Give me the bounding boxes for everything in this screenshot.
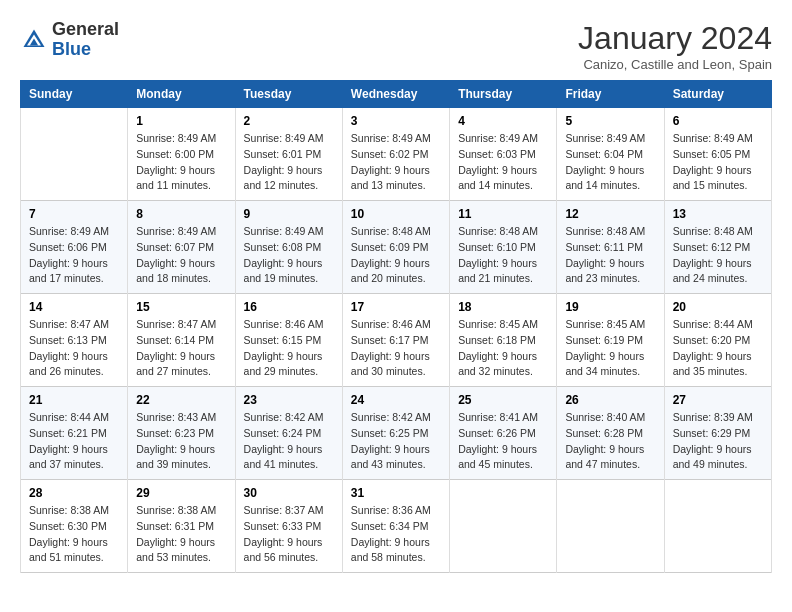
calendar-cell: 16Sunrise: 8:46 AM Sunset: 6:15 PM Dayli…	[235, 294, 342, 387]
day-info: Sunrise: 8:43 AM Sunset: 6:23 PM Dayligh…	[136, 410, 226, 473]
day-number: 25	[458, 393, 548, 407]
logo-blue-text: Blue	[52, 39, 91, 59]
day-info: Sunrise: 8:44 AM Sunset: 6:21 PM Dayligh…	[29, 410, 119, 473]
day-number: 21	[29, 393, 119, 407]
logo-icon	[20, 26, 48, 54]
calendar-cell: 17Sunrise: 8:46 AM Sunset: 6:17 PM Dayli…	[342, 294, 449, 387]
header-day-friday: Friday	[557, 81, 664, 108]
week-row-4: 28Sunrise: 8:38 AM Sunset: 6:30 PM Dayli…	[21, 480, 772, 573]
day-info: Sunrise: 8:36 AM Sunset: 6:34 PM Dayligh…	[351, 503, 441, 566]
day-info: Sunrise: 8:46 AM Sunset: 6:15 PM Dayligh…	[244, 317, 334, 380]
day-info: Sunrise: 8:49 AM Sunset: 6:00 PM Dayligh…	[136, 131, 226, 194]
calendar-cell: 19Sunrise: 8:45 AM Sunset: 6:19 PM Dayli…	[557, 294, 664, 387]
calendar-cell: 3Sunrise: 8:49 AM Sunset: 6:02 PM Daylig…	[342, 108, 449, 201]
day-number: 18	[458, 300, 548, 314]
week-row-2: 14Sunrise: 8:47 AM Sunset: 6:13 PM Dayli…	[21, 294, 772, 387]
calendar-cell: 5Sunrise: 8:49 AM Sunset: 6:04 PM Daylig…	[557, 108, 664, 201]
day-info: Sunrise: 8:49 AM Sunset: 6:01 PM Dayligh…	[244, 131, 334, 194]
day-info: Sunrise: 8:48 AM Sunset: 6:09 PM Dayligh…	[351, 224, 441, 287]
header-day-thursday: Thursday	[450, 81, 557, 108]
day-number: 16	[244, 300, 334, 314]
day-number: 6	[673, 114, 763, 128]
header-row: SundayMondayTuesdayWednesdayThursdayFrid…	[21, 81, 772, 108]
day-info: Sunrise: 8:41 AM Sunset: 6:26 PM Dayligh…	[458, 410, 548, 473]
day-number: 8	[136, 207, 226, 221]
day-number: 19	[565, 300, 655, 314]
day-info: Sunrise: 8:49 AM Sunset: 6:08 PM Dayligh…	[244, 224, 334, 287]
page-header: General Blue January 2024 Canizo, Castil…	[20, 20, 772, 72]
calendar-cell	[21, 108, 128, 201]
day-info: Sunrise: 8:37 AM Sunset: 6:33 PM Dayligh…	[244, 503, 334, 566]
day-number: 10	[351, 207, 441, 221]
day-number: 31	[351, 486, 441, 500]
calendar-cell: 14Sunrise: 8:47 AM Sunset: 6:13 PM Dayli…	[21, 294, 128, 387]
calendar-cell	[557, 480, 664, 573]
day-info: Sunrise: 8:45 AM Sunset: 6:19 PM Dayligh…	[565, 317, 655, 380]
day-number: 14	[29, 300, 119, 314]
day-number: 30	[244, 486, 334, 500]
day-info: Sunrise: 8:47 AM Sunset: 6:14 PM Dayligh…	[136, 317, 226, 380]
day-number: 3	[351, 114, 441, 128]
calendar-cell: 18Sunrise: 8:45 AM Sunset: 6:18 PM Dayli…	[450, 294, 557, 387]
title-block: January 2024 Canizo, Castille and Leon, …	[578, 20, 772, 72]
day-info: Sunrise: 8:48 AM Sunset: 6:12 PM Dayligh…	[673, 224, 763, 287]
day-info: Sunrise: 8:49 AM Sunset: 6:02 PM Dayligh…	[351, 131, 441, 194]
day-number: 4	[458, 114, 548, 128]
header-day-wednesday: Wednesday	[342, 81, 449, 108]
day-number: 24	[351, 393, 441, 407]
day-number: 11	[458, 207, 548, 221]
day-info: Sunrise: 8:48 AM Sunset: 6:11 PM Dayligh…	[565, 224, 655, 287]
calendar-cell: 6Sunrise: 8:49 AM Sunset: 6:05 PM Daylig…	[664, 108, 771, 201]
day-info: Sunrise: 8:49 AM Sunset: 6:04 PM Dayligh…	[565, 131, 655, 194]
day-info: Sunrise: 8:47 AM Sunset: 6:13 PM Dayligh…	[29, 317, 119, 380]
calendar-cell: 22Sunrise: 8:43 AM Sunset: 6:23 PM Dayli…	[128, 387, 235, 480]
calendar-cell: 9Sunrise: 8:49 AM Sunset: 6:08 PM Daylig…	[235, 201, 342, 294]
day-number: 17	[351, 300, 441, 314]
calendar-cell: 12Sunrise: 8:48 AM Sunset: 6:11 PM Dayli…	[557, 201, 664, 294]
day-number: 26	[565, 393, 655, 407]
day-info: Sunrise: 8:44 AM Sunset: 6:20 PM Dayligh…	[673, 317, 763, 380]
calendar-cell: 23Sunrise: 8:42 AM Sunset: 6:24 PM Dayli…	[235, 387, 342, 480]
day-number: 13	[673, 207, 763, 221]
day-number: 5	[565, 114, 655, 128]
calendar-cell: 1Sunrise: 8:49 AM Sunset: 6:00 PM Daylig…	[128, 108, 235, 201]
calendar-cell: 11Sunrise: 8:48 AM Sunset: 6:10 PM Dayli…	[450, 201, 557, 294]
logo-general-text: General	[52, 19, 119, 39]
calendar-cell: 21Sunrise: 8:44 AM Sunset: 6:21 PM Dayli…	[21, 387, 128, 480]
calendar-cell: 30Sunrise: 8:37 AM Sunset: 6:33 PM Dayli…	[235, 480, 342, 573]
day-info: Sunrise: 8:42 AM Sunset: 6:24 PM Dayligh…	[244, 410, 334, 473]
day-info: Sunrise: 8:49 AM Sunset: 6:03 PM Dayligh…	[458, 131, 548, 194]
day-info: Sunrise: 8:49 AM Sunset: 6:05 PM Dayligh…	[673, 131, 763, 194]
day-number: 15	[136, 300, 226, 314]
week-row-1: 7Sunrise: 8:49 AM Sunset: 6:06 PM Daylig…	[21, 201, 772, 294]
day-number: 22	[136, 393, 226, 407]
month-title: January 2024	[578, 20, 772, 57]
header-day-monday: Monday	[128, 81, 235, 108]
calendar-cell: 28Sunrise: 8:38 AM Sunset: 6:30 PM Dayli…	[21, 480, 128, 573]
day-number: 28	[29, 486, 119, 500]
day-info: Sunrise: 8:46 AM Sunset: 6:17 PM Dayligh…	[351, 317, 441, 380]
day-number: 2	[244, 114, 334, 128]
calendar-cell: 29Sunrise: 8:38 AM Sunset: 6:31 PM Dayli…	[128, 480, 235, 573]
calendar-cell: 26Sunrise: 8:40 AM Sunset: 6:28 PM Dayli…	[557, 387, 664, 480]
day-number: 29	[136, 486, 226, 500]
location-subtitle: Canizo, Castille and Leon, Spain	[578, 57, 772, 72]
day-number: 27	[673, 393, 763, 407]
day-info: Sunrise: 8:42 AM Sunset: 6:25 PM Dayligh…	[351, 410, 441, 473]
calendar-cell: 4Sunrise: 8:49 AM Sunset: 6:03 PM Daylig…	[450, 108, 557, 201]
calendar-cell: 2Sunrise: 8:49 AM Sunset: 6:01 PM Daylig…	[235, 108, 342, 201]
calendar-body: 1Sunrise: 8:49 AM Sunset: 6:00 PM Daylig…	[21, 108, 772, 573]
day-info: Sunrise: 8:40 AM Sunset: 6:28 PM Dayligh…	[565, 410, 655, 473]
calendar-table: SundayMondayTuesdayWednesdayThursdayFrid…	[20, 80, 772, 573]
calendar-cell: 15Sunrise: 8:47 AM Sunset: 6:14 PM Dayli…	[128, 294, 235, 387]
day-number: 1	[136, 114, 226, 128]
header-day-saturday: Saturday	[664, 81, 771, 108]
calendar-cell: 31Sunrise: 8:36 AM Sunset: 6:34 PM Dayli…	[342, 480, 449, 573]
calendar-cell: 25Sunrise: 8:41 AM Sunset: 6:26 PM Dayli…	[450, 387, 557, 480]
calendar-cell: 7Sunrise: 8:49 AM Sunset: 6:06 PM Daylig…	[21, 201, 128, 294]
calendar-cell: 13Sunrise: 8:48 AM Sunset: 6:12 PM Dayli…	[664, 201, 771, 294]
day-info: Sunrise: 8:45 AM Sunset: 6:18 PM Dayligh…	[458, 317, 548, 380]
day-info: Sunrise: 8:38 AM Sunset: 6:31 PM Dayligh…	[136, 503, 226, 566]
calendar-cell: 8Sunrise: 8:49 AM Sunset: 6:07 PM Daylig…	[128, 201, 235, 294]
calendar-cell	[664, 480, 771, 573]
